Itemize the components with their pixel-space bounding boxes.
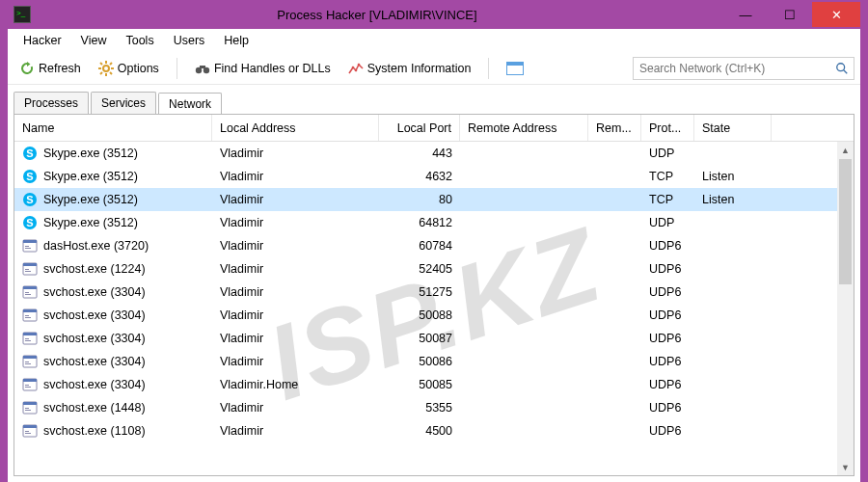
chart-icon [348, 61, 364, 76]
cell-state: Listen [694, 170, 772, 183]
cell-local-address: Vladimir [212, 239, 379, 253]
cell-local-address: Vladimir [212, 193, 379, 206]
scroll-thumb[interactable] [839, 159, 852, 284]
svg-rect-27 [25, 246, 29, 247]
exe-icon [22, 400, 38, 415]
svg-text:S: S [26, 194, 33, 205]
table-row[interactable]: svchost.exe (3304)Vladimir50087UDP6 [14, 327, 854, 350]
svg-rect-47 [25, 362, 29, 362]
cell-local-port: 50086 [379, 355, 460, 368]
exe-icon [22, 308, 38, 323]
svg-point-13 [354, 68, 357, 71]
menubar: Hacker View Tools Users Help [8, 29, 860, 52]
col-local-address[interactable]: Local Address [212, 115, 379, 141]
cell-local-address: Vladimir [212, 424, 379, 438]
process-name: svchost.exe (1224) [43, 262, 146, 276]
scroll-up-icon[interactable]: ▲ [837, 142, 854, 158]
table-row[interactable]: svchost.exe (3304)Vladimir50086UDP6 [14, 350, 854, 373]
menu-hacker[interactable]: Hacker [14, 32, 71, 49]
svg-rect-40 [25, 317, 31, 318]
svg-rect-31 [25, 269, 29, 270]
svg-rect-42 [23, 333, 37, 335]
table-row[interactable]: SSkype.exe (3512)Vladimir64812UDP [14, 211, 854, 234]
table-row[interactable]: svchost.exe (1224)Vladimir52405UDP6 [14, 257, 854, 281]
table-row[interactable]: svchost.exe (1448)Vladimir5355UDP6 [14, 396, 854, 419]
svg-rect-50 [23, 379, 37, 382]
svg-line-16 [844, 69, 848, 73]
process-name: svchost.exe (1108) [43, 424, 146, 438]
cell-local-address: Vladimir.Home [212, 378, 379, 391]
table-row[interactable]: SSkype.exe (3512)Vladimir443UDP [14, 142, 854, 165]
titlebar: Process Hacker [VLADIMIR\VINCE] — ☐ ✕ [8, 0, 860, 29]
separator [176, 58, 177, 79]
svg-rect-32 [25, 271, 31, 272]
process-name: svchost.exe (3304) [43, 308, 146, 322]
table-row[interactable]: SSkype.exe (3512)Vladimir4632TCPListen [14, 165, 854, 188]
tab-services[interactable]: Services [91, 92, 156, 114]
col-name[interactable]: Name [14, 115, 212, 141]
svg-line-7 [110, 63, 112, 65]
svg-rect-30 [23, 263, 37, 266]
cell-local-address: Vladimir [212, 332, 379, 345]
cell-protocol: UDP6 [641, 378, 694, 391]
process-name: Skype.exe (3512) [43, 170, 138, 183]
menu-help[interactable]: Help [214, 32, 258, 49]
process-name: svchost.exe (3304) [43, 285, 146, 299]
cell-protocol: TCP [641, 170, 694, 183]
tab-network[interactable]: Network [158, 93, 222, 115]
table-row[interactable]: dasHost.exe (3720)Vladimir60784UDP6 [14, 234, 854, 257]
cell-local-address: Vladimir [212, 170, 379, 183]
system-information-label: System Information [367, 62, 472, 75]
svg-rect-38 [23, 309, 37, 312]
exe-icon [22, 354, 38, 369]
table-row[interactable]: svchost.exe (1108)Vladimir4500UDP6 [14, 419, 854, 442]
scrollbar-vertical[interactable]: ▲ ▼ [837, 142, 854, 475]
col-state[interactable]: State [694, 115, 772, 141]
menu-users[interactable]: Users [164, 32, 215, 49]
refresh-button[interactable]: Refresh [14, 58, 87, 79]
menu-tools[interactable]: Tools [116, 32, 163, 49]
binoculars-icon [195, 61, 210, 76]
close-button[interactable]: ✕ [812, 2, 860, 27]
exe-icon [22, 238, 38, 254]
search-icon[interactable] [830, 62, 854, 75]
exe-icon [22, 423, 38, 439]
table-row[interactable]: svchost.exe (3304)Vladimir.Home50085UDP6 [14, 373, 854, 396]
exe-icon [22, 377, 38, 392]
col-remote-port[interactable]: Rem... [588, 115, 641, 141]
window-finder-button[interactable] [501, 59, 529, 78]
svg-rect-54 [23, 402, 37, 405]
cell-local-port: 52405 [379, 262, 460, 276]
col-protocol[interactable]: Prot... [641, 115, 694, 141]
rows-container: SSkype.exe (3512)Vladimir443UDPSSkype.ex… [14, 142, 854, 475]
exe-icon [22, 284, 38, 300]
svg-rect-28 [25, 248, 31, 249]
svg-rect-51 [25, 385, 29, 386]
svg-rect-39 [25, 315, 29, 316]
table-row[interactable]: SSkype.exe (3512)Vladimir80TCPListen [14, 188, 854, 211]
cell-local-port: 50088 [379, 308, 460, 322]
cell-protocol: UDP6 [641, 332, 694, 345]
col-remote-address[interactable]: Remote Address [460, 115, 588, 141]
svg-text:S: S [26, 171, 33, 182]
minimize-button[interactable]: — [723, 2, 768, 27]
process-name: svchost.exe (1448) [43, 401, 146, 415]
cell-protocol: UDP [641, 216, 694, 229]
maximize-button[interactable]: ☐ [768, 2, 812, 27]
cell-local-port: 443 [379, 147, 460, 160]
scroll-down-icon[interactable]: ▼ [837, 459, 854, 475]
window-controls: — ☐ ✕ [723, 2, 860, 27]
toolbar: Refresh Options Find Handles or DLLs Sys… [8, 52, 860, 85]
find-handles-button[interactable]: Find Handles or DLLs [189, 58, 337, 79]
tab-processes[interactable]: Processes [14, 92, 89, 114]
table-row[interactable]: svchost.exe (3304)Vladimir51275UDP6 [14, 281, 854, 304]
col-local-port[interactable]: Local Port [379, 115, 460, 141]
cell-protocol: UDP [641, 147, 694, 160]
cell-protocol: UDP6 [641, 355, 694, 368]
system-information-button[interactable]: System Information [342, 58, 477, 79]
options-button[interactable]: Options [93, 58, 165, 79]
menu-view[interactable]: View [71, 32, 117, 49]
table-row[interactable]: svchost.exe (3304)Vladimir50088UDP6 [14, 304, 854, 327]
process-name: Skype.exe (3512) [43, 216, 138, 229]
search-input[interactable] [634, 62, 830, 75]
